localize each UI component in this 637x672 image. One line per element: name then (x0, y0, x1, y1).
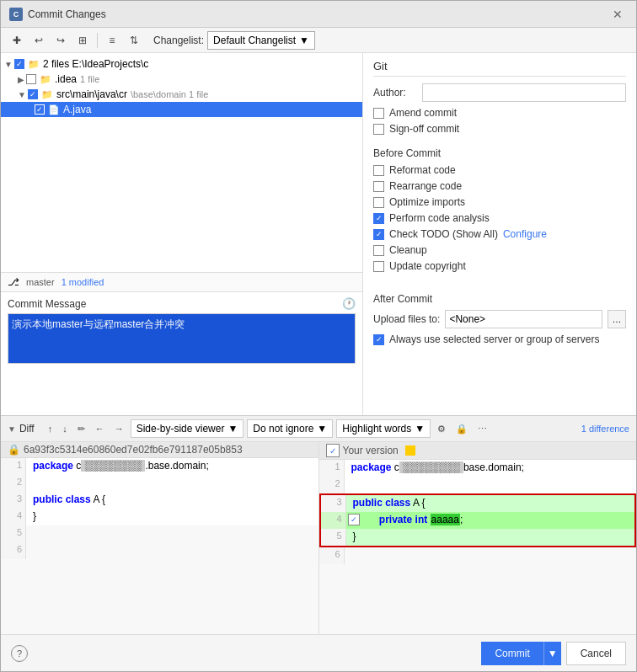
todo-label: Check TODO (Show All) (389, 228, 498, 240)
changelist-dropdown[interactable]: Default Changelist ▼ (207, 31, 315, 50)
tree-count-idea: 1 file (80, 74, 99, 84)
commit-dropdown-button[interactable]: ▼ (543, 642, 561, 665)
code-analysis-label: Perform code analysis (389, 212, 490, 224)
diff-line-left-4: 4 } (1, 509, 318, 525)
close-button[interactable]: ✕ (608, 6, 628, 23)
viewer-arrow: ▼ (228, 423, 238, 435)
todo-checkbox[interactable]: ✓ (373, 229, 384, 240)
diff-line-left-5: 5 (1, 525, 318, 542)
upload-row: Upload files to: <None> … (373, 310, 626, 328)
upload-more-button[interactable]: … (608, 310, 626, 328)
lock-icon[interactable]: 🔒 (452, 419, 471, 438)
commit-button[interactable]: Commit (481, 642, 543, 665)
branch-name: master (26, 277, 55, 287)
viewer-label: Side-by-side viewer (136, 423, 225, 435)
copyright-checkbox[interactable] (373, 261, 384, 272)
cleanup-checkbox[interactable] (373, 245, 384, 256)
highlight-dropdown[interactable]: Highlight words ▼ (336, 419, 431, 438)
undo-button[interactable]: ↩ (29, 31, 48, 50)
highlight-arrow: ▼ (415, 423, 425, 435)
always-use-checkbox[interactable]: ✓ (373, 334, 384, 345)
collapse-arrow[interactable]: ▼ (8, 424, 16, 434)
amend-commit-row: Amend commit (373, 107, 626, 119)
viewer-dropdown[interactable]: Side-by-side viewer ▼ (131, 419, 244, 438)
diff-line-right-3: 3 public class A { (321, 495, 635, 512)
folder-icon-src: 📁 (41, 89, 53, 100)
forward-button[interactable]: → (111, 419, 127, 438)
rearrange-checkbox[interactable] (373, 181, 384, 192)
diff-marker (405, 445, 415, 456)
diff-line-right-2: 2 (319, 477, 637, 493)
tree-item-idea[interactable]: ▶ 📁 .idea 1 file (1, 72, 362, 87)
code-analysis-checkbox[interactable]: ✓ (373, 213, 384, 224)
diff-header: ▼ Diff ↑ ↓ ✏ ← → Side-by-side viewer ▼ D… (1, 416, 636, 442)
copyright-row: Update copyright (373, 260, 626, 272)
redo-button[interactable]: ↪ (51, 31, 70, 50)
code-analysis-row: ✓ Perform code analysis (373, 212, 626, 224)
right-checkbox[interactable]: ✓ (326, 444, 340, 457)
diff-left-code: 1 package c░░░░░░░░.base.domain; 2 3 pub… (1, 458, 318, 559)
file-icon-ajava: 📄 (48, 104, 60, 115)
tree-label-root: 2 files E:\IdeaProjects\c (43, 58, 148, 70)
author-input[interactable] (422, 83, 626, 102)
always-use-row: ✓ Always use selected server or group of… (373, 333, 626, 345)
edit-button[interactable]: ✏ (74, 419, 88, 438)
expand-button[interactable]: ⊞ (73, 31, 92, 50)
tree-checkbox-ajava[interactable]: ✓ (35, 104, 45, 115)
tree-label-ajava: A.java (63, 104, 91, 115)
tree-item-root[interactable]: ▼ ✓ 📁 2 files E:\IdeaProjects\c (1, 56, 362, 72)
diff-line-right-4: 4 ✓ private int aaaaa; (321, 512, 635, 529)
diff-line-left-1: 1 package c░░░░░░░░.base.domain; (1, 458, 318, 475)
diff-line-right-5: 5 } (321, 529, 635, 546)
left-panel: ▼ ✓ 📁 2 files E:\IdeaProjects\c ▶ 📁 .ide… (1, 53, 363, 415)
expand-arrow: ▼ (4, 60, 13, 69)
title-bar-left: C Commit Changes (9, 8, 106, 21)
toolbar: ✚ ↩ ↪ ⊞ ≡ ⇅ Changelist: Default Changeli… (1, 28, 636, 53)
clock-icon: 🕐 (342, 297, 356, 310)
copyright-label: Update copyright (389, 260, 466, 272)
tree-item-ajava[interactable]: ✓ 📄 A.java (1, 102, 362, 117)
tree-checkbox-root[interactable]: ✓ (14, 59, 24, 69)
optimize-row: Optimize imports (373, 196, 626, 208)
tree-checkbox-src[interactable]: ✓ (28, 89, 38, 99)
after-commit-section: After Commit Upload files to: <None> … ✓… (373, 293, 626, 349)
next-diff-button[interactable]: ↓ (59, 419, 71, 438)
sort-button[interactable]: ≡ (103, 31, 121, 50)
line-checkbox[interactable]: ✓ (348, 514, 360, 525)
modified-status: 1 modified (62, 277, 104, 287)
group-button[interactable]: ⇅ (125, 31, 143, 50)
reformat-checkbox[interactable] (373, 165, 384, 176)
back-button[interactable]: ← (92, 419, 108, 438)
lock-small-icon: 🔒 (8, 444, 20, 456)
help-button[interactable]: ? (11, 645, 28, 662)
prev-diff-button[interactable]: ↑ (45, 419, 56, 438)
settings-icon[interactable]: ⚙ (434, 419, 449, 438)
tree-checkbox-idea[interactable] (26, 74, 36, 84)
diff-line-right-1: 1 package c░░░░░░░░base.domain; (319, 460, 637, 477)
commit-message-content[interactable]: 演示本地master与远程master合并冲突 (8, 313, 356, 364)
diff-line-left-6: 6 (1, 542, 318, 559)
add-button[interactable]: ✚ (8, 31, 26, 50)
file-tree[interactable]: ▼ ✓ 📁 2 files E:\IdeaProjects\c ▶ 📁 .ide… (1, 53, 362, 272)
expand-arrow-src: ▼ (18, 90, 26, 99)
configure-link[interactable]: Configure (503, 228, 547, 240)
expand-arrow-idea: ▶ (18, 75, 24, 84)
signoff-commit-checkbox[interactable] (373, 124, 384, 135)
cancel-button[interactable]: Cancel (566, 642, 626, 665)
tree-item-src[interactable]: ▼ ✓ 📁 src\main\java\cr \base\domain 1 fi… (1, 87, 362, 102)
ignore-dropdown[interactable]: Do not ignore ▼ (247, 419, 333, 438)
commit-message-section: Commit Message 🕐 演示本地master与远程master合并冲突 (1, 292, 362, 367)
ignore-label: Do not ignore (253, 423, 313, 435)
branch-icon: ⎇ (8, 276, 19, 288)
bottom-right: Commit ▼ Cancel (481, 642, 626, 665)
more-button[interactable]: ⋯ (474, 419, 490, 438)
before-commit-title: Before Commit (373, 147, 626, 159)
upload-select[interactable]: <None> (445, 310, 602, 328)
signoff-commit-label: Sign-off commit (389, 123, 459, 135)
right-version-label: Your version (343, 445, 399, 456)
title-bar: C Commit Changes ✕ (1, 1, 636, 28)
optimize-checkbox[interactable] (373, 197, 384, 208)
diff-line-left-3: 3 public class A { (1, 492, 318, 509)
diff-left-hash: 6a93f3c5314e60860ed7e02fb6e791187e05b853 (24, 444, 243, 456)
amend-commit-checkbox[interactable] (373, 108, 384, 119)
